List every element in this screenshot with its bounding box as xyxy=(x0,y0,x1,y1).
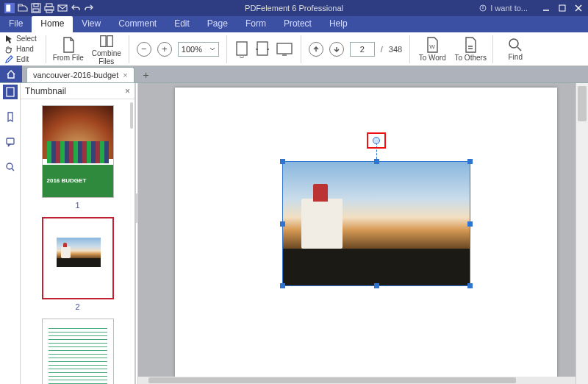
resize-handle-br[interactable] xyxy=(467,283,473,288)
svg-point-18 xyxy=(509,39,518,48)
svg-rect-16 xyxy=(277,43,292,54)
start-tab[interactable] xyxy=(0,65,22,82)
resize-handle-bm[interactable] xyxy=(374,283,379,288)
menu-file[interactable]: File xyxy=(0,16,32,32)
menu-edit[interactable]: Edit xyxy=(165,16,198,32)
document-tab-strip: vancouver-2016-budget × + xyxy=(0,66,588,83)
thumbnails-tab-icon[interactable] xyxy=(3,85,18,99)
close-tab-button[interactable]: × xyxy=(123,71,127,79)
resize-handle-mr[interactable] xyxy=(467,221,473,227)
i-want-to-label: I want to... xyxy=(490,4,528,13)
svg-rect-4 xyxy=(33,9,39,12)
rotate-highlight xyxy=(367,132,386,149)
qat-email-icon[interactable] xyxy=(57,3,68,13)
svg-rect-1 xyxy=(6,4,10,11)
to-others-button[interactable]: To Others xyxy=(453,33,488,65)
fit-page-button[interactable] xyxy=(234,40,249,58)
combine-files-button[interactable]: CombineFiles xyxy=(89,33,124,65)
annotations-tab-icon[interactable] xyxy=(3,135,18,149)
find-button[interactable]: Find xyxy=(498,33,533,65)
qat-redo-icon[interactable] xyxy=(84,3,94,13)
horizontal-scrollbar[interactable] xyxy=(138,377,576,384)
menu-page[interactable]: Page xyxy=(198,16,237,32)
svg-rect-3 xyxy=(34,4,38,7)
svg-rect-19 xyxy=(7,88,14,96)
svg-rect-11 xyxy=(559,5,565,11)
thumbnail-number: 1 xyxy=(75,201,79,210)
to-word-button[interactable]: W To Word xyxy=(415,33,450,65)
zoom-in-button[interactable]: + xyxy=(157,42,172,57)
side-icon-rail xyxy=(0,83,21,384)
resize-handle-tr[interactable] xyxy=(467,159,473,164)
thumbnail-page-1[interactable]: 2016 BUDGET 1 xyxy=(21,105,135,210)
tool-edit[interactable]: Edit xyxy=(4,54,37,64)
menu-bar: File Home View Comment Edit Page Form Pr… xyxy=(0,16,588,32)
thumbnail-page-2[interactable]: 2 xyxy=(21,217,135,311)
thumbnail-number: 2 xyxy=(75,302,79,311)
document-canvas[interactable] xyxy=(138,83,576,384)
page-total: 348 xyxy=(389,45,402,54)
chevron-down-icon xyxy=(209,46,215,52)
from-file-button[interactable]: From File xyxy=(51,33,86,65)
thumbnail-close-button[interactable]: × xyxy=(125,86,130,96)
search-tab-icon[interactable] xyxy=(3,160,18,174)
svg-rect-14 xyxy=(237,42,247,55)
fit-visible-button[interactable] xyxy=(276,42,293,57)
menu-help[interactable]: Help xyxy=(320,16,356,32)
ribbon: Select Hand Edit From File CombineFiles … xyxy=(0,32,588,66)
svg-text:W: W xyxy=(429,43,435,50)
bookmarks-tab-icon[interactable] xyxy=(3,110,18,124)
svg-rect-15 xyxy=(257,42,268,55)
page-number-input[interactable]: 2 xyxy=(350,42,375,57)
tool-select[interactable]: Select xyxy=(4,34,37,43)
new-tab-button[interactable]: + xyxy=(139,68,154,82)
tool-hand[interactable]: Hand xyxy=(4,44,37,54)
vertical-scrollbar[interactable] xyxy=(576,83,588,384)
zoom-level-select[interactable]: 100% xyxy=(178,42,219,57)
thumbnail-panel: Thumbnail × 2016 BUDGET 1 2 3 xyxy=(21,83,135,384)
workspace: Thumbnail × 2016 BUDGET 1 2 3 xyxy=(0,83,588,384)
qat-open-icon[interactable] xyxy=(18,3,28,13)
menu-home[interactable]: Home xyxy=(32,16,73,32)
zoom-value: 100% xyxy=(182,45,202,54)
menu-view[interactable]: View xyxy=(73,16,110,32)
zoom-out-button[interactable]: − xyxy=(137,42,151,57)
menu-comment[interactable]: Comment xyxy=(110,16,165,32)
title-bar: PDFelement 6 Professional I want to... xyxy=(0,0,588,16)
app-logo-icon xyxy=(4,3,15,13)
menu-form[interactable]: Form xyxy=(237,16,275,32)
thumbnail-title: Thumbnail xyxy=(25,86,66,96)
qat-save-icon[interactable] xyxy=(31,3,41,13)
svg-rect-20 xyxy=(7,138,14,144)
resize-handle-tm[interactable] xyxy=(374,159,379,164)
menu-protect[interactable]: Protect xyxy=(275,16,320,32)
fit-width-button[interactable] xyxy=(255,40,270,58)
page-view xyxy=(175,88,557,377)
image-content xyxy=(283,162,470,285)
resize-handle-bl[interactable] xyxy=(280,283,285,288)
window-maximize-button[interactable] xyxy=(556,3,569,13)
svg-rect-5 xyxy=(46,4,52,7)
document-tab-label: vancouver-2016-budget xyxy=(33,71,118,79)
resize-handle-ml[interactable] xyxy=(280,221,285,227)
thumbnail-page-3[interactable]: 3 xyxy=(21,319,135,384)
qat-print-icon[interactable] xyxy=(44,3,54,13)
window-minimize-button[interactable] xyxy=(539,3,553,13)
page-sep: / xyxy=(381,45,383,54)
selected-image[interactable] xyxy=(282,161,470,286)
app-title: PDFelement 6 Professional xyxy=(245,4,343,13)
prev-page-button[interactable] xyxy=(309,42,323,57)
window-close-button[interactable] xyxy=(572,3,585,13)
resize-handle-tl[interactable] xyxy=(280,159,285,164)
svg-point-21 xyxy=(7,163,12,169)
next-page-button[interactable] xyxy=(329,42,344,57)
i-want-to[interactable]: I want to... xyxy=(478,4,528,13)
qat-undo-icon[interactable] xyxy=(71,3,81,13)
thumbnail-scrollbar[interactable] xyxy=(130,102,133,129)
document-tab[interactable]: vancouver-2016-budget × xyxy=(26,67,135,82)
